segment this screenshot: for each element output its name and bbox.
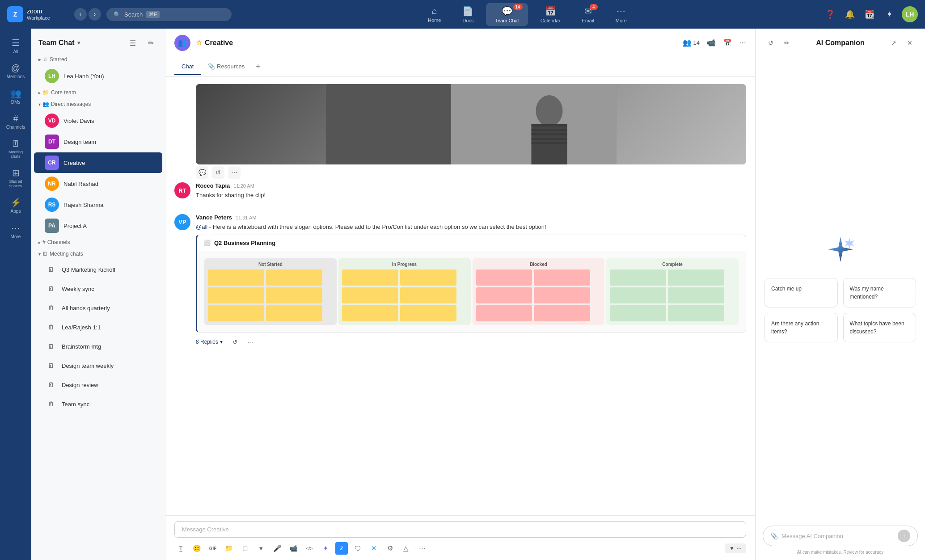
reply-bar: 8 Replies ▾ ↺ ⋯	[196, 333, 746, 348]
starred-section-header[interactable]: ▸ ☆ Starred	[31, 54, 165, 65]
avatar-violet: VD	[45, 114, 59, 128]
gif-tool[interactable]: GIF	[207, 542, 219, 555]
ai-refresh-icon[interactable]: ↺	[764, 37, 777, 49]
snippet-tool[interactable]: ◻	[239, 542, 251, 555]
code-tool[interactable]: </>	[303, 542, 316, 555]
ai-input-box[interactable]: 📎 Message AI Companion ↑	[763, 526, 918, 546]
dm-section-header[interactable]: ▾ 👥 Direct messages	[31, 98, 165, 110]
sidebar-item-apps[interactable]: ⚡ Apps	[2, 194, 29, 217]
svg-rect-8	[532, 138, 567, 140]
help-icon[interactable]: ❓	[823, 7, 837, 21]
nav-email[interactable]: 4 ✉ Email	[573, 3, 603, 26]
ai-suggestion-name-mentioned[interactable]: Was my name mentioned?	[843, 278, 917, 307]
list-item-rajesh[interactable]: RS Rajesh Sharma	[34, 194, 162, 215]
more-action[interactable]: ⋯	[228, 166, 241, 179]
more-chat-action[interactable]: ⋯	[739, 38, 746, 47]
ai-suggestion-topics[interactable]: What topics have been discussed?	[843, 313, 917, 342]
format-tool[interactable]: T̲	[174, 542, 187, 555]
list-item-brainstorm[interactable]: 🗓 Brainstorm mtg	[34, 337, 162, 356]
nav-team-chat[interactable]: 14 💬 Team Chat	[486, 3, 528, 26]
sidebar-item-more[interactable]: ⋯ More	[2, 219, 29, 243]
list-item-design-team[interactable]: DT Design team	[34, 131, 162, 152]
compose-icon[interactable]: ✏	[144, 36, 158, 50]
message-author-vance: Vance Peters	[196, 214, 232, 221]
back-arrow[interactable]: ‹	[74, 8, 87, 21]
ai-send-button[interactable]: ↑	[898, 530, 910, 542]
x-tool[interactable]: ✕	[367, 542, 380, 555]
video-tool[interactable]: 📹	[287, 542, 300, 555]
whiteboard-title: Q2 Business Planning	[214, 240, 275, 246]
ai-suggestion-action-items[interactable]: Are there any action items?	[764, 313, 838, 342]
chat-messages[interactable]: RT	[165, 77, 755, 515]
reply-react[interactable]: ↺	[229, 336, 241, 348]
zoom-tool[interactable]: Z	[335, 542, 348, 555]
list-item-weekly-sync[interactable]: 🗓 Weekly sync	[34, 279, 162, 298]
list-item-design-review[interactable]: 🗓 Design review	[34, 375, 162, 394]
whiteboard-card[interactable]: ⬜ Q2 Business Planning Not Started	[196, 235, 746, 333]
file-tool[interactable]: 📁	[223, 542, 235, 555]
sidebar-item-shared-spaces[interactable]: ⊞ Shared spaces	[2, 164, 29, 192]
forward-arrow[interactable]: ›	[89, 8, 101, 21]
core-team-header[interactable]: ▸ 📁 Core team	[31, 87, 165, 98]
list-item-team-sync[interactable]: 🗓 Team sync	[34, 395, 162, 413]
audio-tool[interactable]: 🎤	[271, 542, 283, 555]
ai-tool[interactable]: ✦	[319, 542, 332, 555]
replies-button[interactable]: 8 Replies ▾	[196, 339, 223, 345]
reply-more[interactable]: ⋯	[244, 336, 256, 348]
list-item-design-weekly[interactable]: 🗓 Design team weekly	[34, 356, 162, 375]
sidebar-item-meeting-chats[interactable]: 🗓 Meeting chats	[2, 135, 29, 162]
list-item-lea-rajesh[interactable]: 🗓 Lea/Rajesh 1:1	[34, 318, 162, 337]
sidebar-item-channels[interactable]: # Channels	[2, 110, 29, 133]
ai-icon[interactable]: ✦	[882, 7, 896, 21]
video-action[interactable]: 📹	[707, 38, 716, 47]
list-item-all-hands[interactable]: 🗓 All hands quarterly	[34, 299, 162, 317]
mentions-icon: @	[11, 63, 20, 73]
ai-suggestion-catch-me-up[interactable]: Catch me up	[764, 278, 838, 307]
left-panel-title[interactable]: Team Chat ▾	[38, 39, 80, 47]
ai-compose-icon[interactable]: ✏	[781, 37, 793, 49]
sidebar-item-dms[interactable]: 👥 DMs	[2, 84, 29, 108]
message-input[interactable]: Message Creative	[174, 521, 746, 538]
shield-tool[interactable]: 🛡	[351, 542, 364, 555]
tab-chat[interactable]: Chat	[174, 59, 201, 75]
channels-section-header[interactable]: ▸ # Channels	[31, 236, 165, 248]
more-tools[interactable]: ⋯	[416, 542, 428, 555]
sidebar-item-mentions[interactable]: @ Mentions	[2, 59, 29, 83]
calendar-action-icon[interactable]: 📆	[862, 7, 877, 21]
list-item-violet[interactable]: VD Violet Davis	[34, 110, 162, 131]
filter-icon[interactable]: ☰	[126, 36, 140, 50]
team-chat-badge: 14	[513, 4, 523, 10]
meeting-icon-team-sync: 🗓	[45, 398, 57, 410]
dropdown-tool[interactable]: ▾	[255, 542, 267, 555]
list-item-nabil[interactable]: NR Nabil Rashad	[34, 173, 162, 194]
reply-action[interactable]: 💬	[196, 166, 208, 179]
emoji-tool[interactable]: 🙂	[190, 542, 203, 555]
ai-close-icon[interactable]: ✕	[904, 37, 916, 49]
drive-tool[interactable]: △	[400, 542, 412, 555]
ai-external-icon[interactable]: ↗	[887, 37, 900, 49]
meeting-chats-section-header[interactable]: ▾ 🗓 Meeting chats	[31, 248, 165, 260]
dm-icon: 👥	[42, 101, 49, 107]
list-item-lea-hanh[interactable]: LH Lea Hanh (You)	[34, 66, 162, 86]
calendar-chat-action[interactable]: 📅	[723, 38, 732, 47]
nav-home[interactable]: ⌂ Home	[419, 3, 450, 25]
nav-docs[interactable]: 📄 Docs	[453, 3, 482, 26]
list-item-creative[interactable]: CR Creative	[34, 152, 162, 173]
notifications-icon[interactable]: 🔔	[843, 7, 857, 21]
apps-icon: ⚡	[10, 197, 21, 208]
sidebar-item-all[interactable]: ☰ All	[2, 34, 29, 58]
filter-button[interactable]: ▼ ⋯	[725, 543, 746, 553]
add-tab-button[interactable]: +	[252, 61, 264, 73]
channel-star[interactable]: ☆	[196, 38, 202, 47]
replies-chevron: ▾	[220, 339, 223, 345]
search-bar[interactable]: 🔍 Search ⌘F	[106, 8, 232, 21]
list-item-q3-kickoff[interactable]: 🗓 Q3 Marketing Kickoff	[34, 260, 162, 279]
members-action[interactable]: 👥 14	[683, 38, 700, 47]
nav-more[interactable]: ⋯ More	[607, 3, 636, 26]
user-avatar[interactable]: LH	[902, 6, 918, 22]
github-tool[interactable]: ⚙	[384, 542, 396, 555]
nav-calendar[interactable]: 📅 Calendar	[532, 3, 570, 26]
list-item-project-a[interactable]: PA Project A	[34, 215, 162, 236]
react-action[interactable]: ↺	[212, 166, 224, 179]
tab-resources[interactable]: 📎 Resources	[201, 59, 252, 75]
